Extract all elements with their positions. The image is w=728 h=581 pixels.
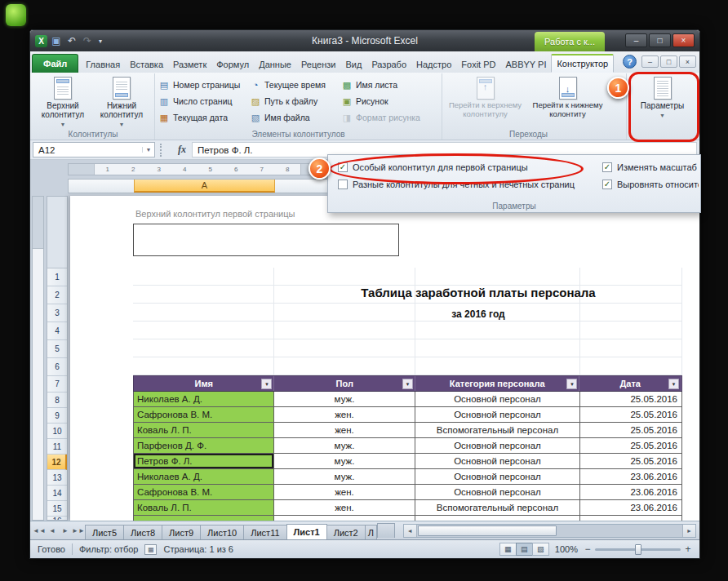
row-header-2[interactable]: 2 (47, 286, 67, 304)
table-cell[interactable]: муж. (274, 438, 415, 453)
option-checkbox-row[interactable]: Разные колонтитулы для четных и нечетных… (338, 177, 597, 192)
table-cell[interactable]: жен. (274, 485, 415, 499)
row-header-8[interactable]: 8 (47, 393, 67, 408)
sheet-tab-Лист2[interactable]: Лист2 (326, 525, 366, 539)
checkbox-unchecked-icon[interactable] (338, 180, 348, 189)
last-sheet-icon[interactable]: ►► (72, 524, 85, 537)
table-cell[interactable]: жен. (274, 407, 415, 422)
footer-button[interactable]: Нижний колонтитул ▼ (92, 75, 151, 129)
element-button-file-path[interactable]: ▨Путь к файлу (248, 93, 340, 109)
grid-cell[interactable] (415, 339, 580, 357)
tab-Разметк[interactable]: Разметк (168, 55, 211, 73)
formula-bar-splitter[interactable] (160, 144, 170, 157)
element-button-current-date[interactable]: ▦Текущая дата (157, 109, 248, 126)
row-header-4[interactable]: 4 (47, 322, 67, 340)
tab-file[interactable]: Файл (32, 54, 78, 73)
element-button-sheet-name[interactable]: ▩Имя листа (340, 77, 431, 93)
desktop-shortcut-icon[interactable] (6, 4, 26, 26)
name-box[interactable]: A12 ▼ (33, 142, 155, 157)
chevron-down-icon[interactable]: ▼ (142, 147, 154, 153)
page-layout-view-icon[interactable]: ▤ (516, 543, 533, 556)
contextual-tab-group-label[interactable]: Работа с к... (535, 32, 605, 51)
table-cell[interactable]: Основной персонал (415, 485, 580, 499)
page-break-view-icon[interactable]: ▧ (532, 543, 549, 556)
element-button-page-count[interactable]: ▥Число страниц (157, 93, 248, 109)
row-header-16[interactable]: 16 (47, 517, 67, 521)
grid-cell[interactable] (133, 304, 274, 321)
grid-cell[interactable] (133, 339, 274, 357)
filter-dropdown-icon[interactable]: ▼ (261, 379, 272, 389)
sheet-tab-Л[interactable]: Л (365, 525, 377, 539)
row-header-6[interactable]: 6 (47, 358, 67, 376)
row-header-14[interactable]: 14 (47, 486, 67, 501)
table-cell[interactable]: 25.05.2016 (580, 407, 682, 422)
table-cell[interactable]: Основной персонал (415, 438, 580, 453)
sheet-tab-Лист8[interactable]: Лист8 (123, 525, 162, 539)
header-button[interactable]: Верхний колонтитул ▼ (33, 75, 92, 129)
table-cell[interactable]: 23.06.2016 (580, 485, 682, 499)
first-sheet-icon[interactable]: ◄◄ (33, 524, 46, 537)
grid-cell[interactable] (274, 322, 415, 339)
scroll-left-icon[interactable]: ◄ (404, 525, 417, 537)
row-header-12[interactable]: 12 (47, 455, 67, 470)
table-cell[interactable]: Сафронова В. М. (133, 407, 274, 422)
empty-grid[interactable] (133, 268, 682, 375)
table-column-header-4[interactable]: Дата▼ (579, 376, 681, 391)
tab-Разрабо[interactable]: Разрабо (366, 55, 411, 73)
header-edit-box[interactable] (133, 224, 399, 256)
table-column-header-2[interactable]: Пол▼ (274, 376, 415, 391)
horizontal-scrollbar[interactable]: ◄ ► (403, 524, 696, 538)
workbook-close-icon[interactable]: × (679, 55, 696, 68)
filter-dropdown-icon[interactable]: ▼ (566, 379, 577, 389)
workbook-restore-icon[interactable]: □ (660, 55, 677, 68)
table-cell[interactable]: Коваль Л. П. (133, 500, 274, 515)
table-cell[interactable]: 25.05.2016 (580, 392, 682, 406)
table-cell[interactable]: жен. (274, 423, 415, 437)
row-headers[interactable]: 12345678910111213141516 (47, 196, 68, 521)
table-cell[interactable]: 23.06.2016 (580, 500, 682, 515)
sheet-tab-Лист9[interactable]: Лист9 (162, 525, 201, 539)
table-cell[interactable]: муж. (274, 454, 415, 468)
macro-record-icon[interactable]: ▦ (144, 544, 157, 555)
tab-Вставка[interactable]: Вставка (125, 55, 168, 73)
help-icon[interactable]: ? (623, 55, 637, 69)
row-header-9[interactable]: 9 (47, 408, 67, 424)
go-to-footer-button[interactable]: ↓ Перейти к нижнему колонтиту (526, 75, 609, 129)
element-button-file-name[interactable]: ▧Имя файла (248, 109, 340, 126)
redo-icon[interactable]: ↷ (81, 34, 94, 47)
checkbox-checked-icon[interactable]: ✓ (602, 162, 612, 172)
table-cell[interactable]: 25.05.2016 (580, 454, 682, 468)
grid-cell[interactable] (133, 322, 274, 339)
row-header-5[interactable]: 5 (47, 340, 67, 358)
grid-cell[interactable] (415, 357, 580, 375)
checkbox-checked-icon[interactable]: ✓ (602, 180, 612, 189)
table-cell[interactable]: 25.05.2016 (580, 438, 682, 453)
grid-cell[interactable] (133, 268, 274, 285)
option-checkbox-row[interactable]: ✓Выровнять относител (602, 177, 699, 192)
grid-cell[interactable] (415, 268, 580, 285)
grid-cell[interactable] (133, 286, 274, 303)
tab-active[interactable]: Конструктор (551, 54, 614, 73)
grid-cell[interactable] (274, 339, 415, 357)
table-cell[interactable]: жен. (274, 500, 415, 515)
element-button-page-number[interactable]: ▤Номер страницы (157, 77, 248, 93)
next-sheet-icon[interactable]: ► (59, 524, 72, 537)
go-to-header-button[interactable]: ↑ Перейти к верхнему колонтитулу (444, 75, 526, 129)
zoom-slider[interactable] (595, 543, 681, 555)
save-icon[interactable]: ▣ (50, 34, 63, 47)
grid-cell[interactable] (580, 322, 682, 339)
table-column-header-1[interactable]: Имя▼ (134, 376, 274, 391)
element-button-picture[interactable]: ▣Рисунок (340, 93, 431, 109)
workbook-minimize-icon[interactable]: – (641, 55, 659, 68)
checkbox-checked-icon[interactable]: ✓ (338, 162, 348, 172)
table-cell[interactable]: Николаев А. Д. (133, 392, 274, 406)
option-checkbox-row[interactable]: ✓Изменять масштаб вме (602, 160, 699, 175)
tab-Foxit PD[interactable]: Foxit PD (456, 55, 500, 73)
grid-cell[interactable] (274, 357, 415, 375)
tab-ABBYY PI[interactable]: ABBYY PI (501, 55, 552, 73)
grid-cell[interactable] (580, 268, 682, 285)
zoom-thumb[interactable] (635, 544, 641, 555)
option-checkbox-row[interactable]: ✓Особый колонтитул для первой страницы (338, 160, 597, 175)
grid-cell[interactable] (415, 322, 580, 339)
filter-dropdown-icon[interactable]: ▼ (402, 379, 413, 389)
